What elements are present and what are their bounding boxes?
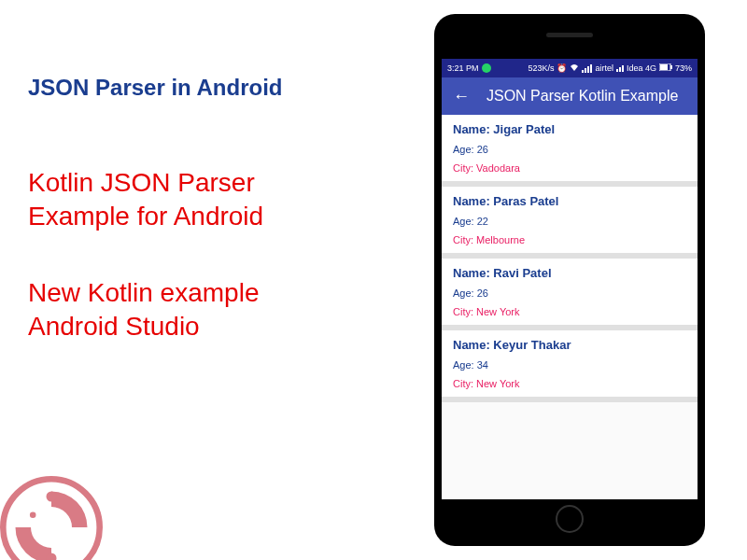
page-title: JSON Parser in Android xyxy=(28,75,402,101)
status-battery: 73% xyxy=(675,63,692,73)
status-bar: 3:21 PM 523K/s ⏰ airtel Idea 4G xyxy=(442,59,698,77)
name-row: Name: Keyur Thakar xyxy=(453,338,686,352)
svg-point-1 xyxy=(47,492,57,502)
status-speed: 523K/s xyxy=(528,63,554,73)
svg-rect-5 xyxy=(660,64,668,70)
list-item[interactable]: Name: Paras PatelAge: 22City: Melbourne xyxy=(442,187,698,259)
name-row: Name: Ravi Patel xyxy=(453,266,686,280)
heading-1-line2: Example for Android xyxy=(28,202,263,231)
svg-point-3 xyxy=(30,512,36,519)
app-bar: ← JSON Parser Kotlin Example xyxy=(442,77,698,115)
battery-icon xyxy=(659,63,672,73)
list-item[interactable]: Name: Ravi PatelAge: 26City: New York xyxy=(442,259,698,330)
status-carrier2: Idea 4G xyxy=(627,63,656,73)
status-carrier1: airtel xyxy=(595,63,613,73)
alarm-icon: ⏰ xyxy=(557,63,567,73)
city-row: City: Melbourne xyxy=(453,234,686,245)
svg-rect-6 xyxy=(670,65,672,69)
age-row: Age: 26 xyxy=(453,144,686,155)
heading-1-line1: Kotlin JSON Parser xyxy=(28,168,255,197)
signal-icon-2 xyxy=(616,65,624,72)
city-row: City: New York xyxy=(453,306,686,317)
city-row: City: Vadodara xyxy=(453,162,686,174)
heading-2-line2: Android Studio xyxy=(28,312,200,341)
brand-logo xyxy=(0,476,103,560)
phone-screen: 3:21 PM 523K/s ⏰ airtel Idea 4G xyxy=(442,59,698,499)
list-item[interactable]: Name: Jigar PatelAge: 26City: Vadodara xyxy=(442,115,698,187)
app-bar-title: JSON Parser Kotlin Example xyxy=(486,88,678,105)
age-row: Age: 26 xyxy=(453,287,686,299)
json-list[interactable]: Name: Jigar PatelAge: 26City: VadodaraNa… xyxy=(442,115,698,402)
heading-1: Kotlin JSON Parser Example for Android xyxy=(28,166,402,234)
whatsapp-icon xyxy=(482,63,491,73)
phone-mockup: 3:21 PM 523K/s ⏰ airtel Idea 4G xyxy=(434,14,705,546)
back-button[interactable]: ← xyxy=(453,87,470,106)
city-row: City: New York xyxy=(453,378,686,389)
age-row: Age: 34 xyxy=(453,359,686,371)
name-row: Name: Paras Patel xyxy=(453,194,686,208)
list-item[interactable]: Name: Keyur ThakarAge: 34City: New York xyxy=(442,330,698,402)
age-row: Age: 22 xyxy=(453,216,686,227)
heading-2-line1: New Kotlin example xyxy=(28,278,259,307)
name-row: Name: Jigar Patel xyxy=(453,122,686,136)
signal-icon xyxy=(582,64,592,73)
status-time: 3:21 PM xyxy=(447,63,479,73)
wifi-icon xyxy=(570,63,579,73)
heading-2: New Kotlin example Android Studio xyxy=(28,276,402,344)
